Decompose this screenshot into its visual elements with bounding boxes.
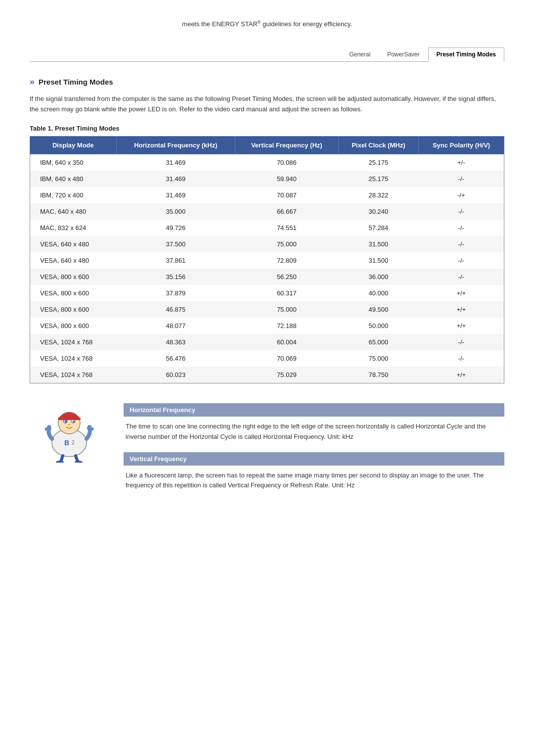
table-header-row: Display Mode Horizontal Frequency (kHz) … [30, 136, 504, 154]
table-cell: 48.077 [116, 318, 235, 334]
svg-rect-16 [58, 418, 81, 420]
table-cell: 31.500 [338, 236, 419, 252]
table-caption: Table 1. Preset Timing Modes [30, 125, 504, 132]
cartoon-icon: ? B [37, 403, 101, 463]
table-cell: 46.875 [116, 301, 235, 318]
cell-display-mode: IBM, 720 x 400 [30, 187, 117, 203]
cell-display-mode: VESA, 800 x 600 [30, 269, 117, 285]
svg-text:B: B [64, 439, 69, 447]
svg-point-11 [90, 427, 94, 430]
table-cell: +/+ [419, 367, 504, 383]
table-row: VESA, 1024 x 76860.02375.02978.750+/+ [30, 367, 504, 383]
table-cell: 59.940 [235, 171, 339, 187]
table-cell: 50.000 [338, 318, 419, 334]
cell-display-mode: VESA, 640 x 480 [30, 252, 117, 269]
table-cell: 31.500 [338, 252, 419, 269]
page-wrapper: meets the ENERGY STAR® guidelines for en… [0, 0, 534, 756]
svg-text:2: 2 [72, 440, 75, 445]
section-header: » Preset Timing Modes [30, 77, 504, 87]
table-cell: 35.000 [116, 203, 235, 220]
table-row: VESA, 800 x 60046.87575.00049.500+/+ [30, 301, 504, 318]
table-row: IBM, 640 x 48031.46959.94025.175-/- [30, 171, 504, 187]
table-cell: 60.023 [116, 367, 235, 383]
svg-point-9 [45, 427, 48, 430]
tab-navigation: General PowerSaver Preset Timing Modes [30, 47, 504, 62]
table-cell: -/- [419, 252, 504, 269]
table-cell: -/- [419, 171, 504, 187]
table-cell: 70.069 [235, 350, 339, 367]
tab-preset-timing-modes[interactable]: Preset Timing Modes [428, 47, 504, 62]
table-cell: 31.469 [116, 154, 235, 171]
cell-display-mode: IBM, 640 x 350 [30, 154, 117, 171]
svg-point-7 [68, 424, 70, 425]
col-header-h-freq: Horizontal Frequency (kHz) [116, 136, 235, 154]
table-cell: 49.500 [338, 301, 419, 318]
table-row: VESA, 640 x 48037.86172.80931.500-/- [30, 252, 504, 269]
table-cell: -/- [419, 236, 504, 252]
col-header-pixel-clock: Pixel Clock (MHz) [338, 136, 419, 154]
table-cell: 57.284 [338, 220, 419, 236]
table-row: VESA, 1024 x 76848.36360.00465.000-/- [30, 334, 504, 350]
svg-point-5 [73, 421, 75, 423]
table-cell: 75.029 [235, 367, 339, 383]
tab-general[interactable]: General [341, 47, 379, 61]
table-cell: +/- [419, 154, 504, 171]
table-cell: 37.500 [116, 236, 235, 252]
cell-display-mode: VESA, 800 x 600 [30, 301, 117, 318]
cell-display-mode: VESA, 640 x 480 [30, 236, 117, 252]
table-cell: 60.004 [235, 334, 339, 350]
tab-powersaver[interactable]: PowerSaver [379, 47, 428, 61]
info-boxes-container: Horizontal Frequency The time to scan on… [124, 403, 504, 501]
table-row: IBM, 640 x 35031.46970.08625.175+/- [30, 154, 504, 171]
bottom-section: ? B [30, 403, 504, 501]
table-cell: -/- [419, 269, 504, 285]
table-cell: -/+ [419, 187, 504, 203]
table-cell: -/- [419, 220, 504, 236]
cartoon-container: ? B [30, 403, 109, 463]
cell-display-mode: MAC, 832 x 624 [30, 220, 117, 236]
table-cell: 28.322 [338, 187, 419, 203]
table-row: VESA, 800 x 60048.07772.18850.000+/+ [30, 318, 504, 334]
table-cell: -/- [419, 203, 504, 220]
table-cell: 37.879 [116, 285, 235, 301]
table-cell: +/+ [419, 318, 504, 334]
table-cell: 75.000 [235, 301, 339, 318]
table-cell: 31.469 [116, 171, 235, 187]
arrows-icon: » [30, 77, 35, 87]
table-cell: 40.000 [338, 285, 419, 301]
table-row: VESA, 800 x 60035.15656.25036.000-/- [30, 269, 504, 285]
section-title: Preset Timing Modes [39, 78, 113, 86]
table-cell: 49.726 [116, 220, 235, 236]
table-cell: 75.000 [235, 236, 339, 252]
col-header-v-freq: Vertical Frequency (Hz) [235, 136, 339, 154]
cell-display-mode: VESA, 1024 x 768 [30, 350, 117, 367]
energy-text: meets the ENERGY STAR [182, 20, 258, 28]
table-cell: 30.240 [338, 203, 419, 220]
table-row: IBM, 720 x 40031.46970.08728.322-/+ [30, 187, 504, 203]
table-cell: -/- [419, 350, 504, 367]
table-cell: 56.476 [116, 350, 235, 367]
cell-display-mode: IBM, 640 x 480 [30, 171, 117, 187]
table-cell: 70.086 [235, 154, 339, 171]
table-cell: -/- [419, 334, 504, 350]
table-cell: 66.667 [235, 203, 339, 220]
table-cell: 70.087 [235, 187, 339, 203]
table-cell: 31.469 [116, 187, 235, 203]
horizontal-freq-header: Horizontal Frequency [124, 403, 504, 417]
energy-statement: meets the ENERGY STAR® guidelines for en… [30, 20, 504, 28]
col-header-sync-polarity: Sync Polarity (H/V) [419, 136, 504, 154]
info-box-horizontal: Horizontal Frequency The time to scan on… [124, 403, 504, 442]
table-cell: 25.175 [338, 171, 419, 187]
horizontal-freq-text: The time to scan one line connecting the… [124, 422, 504, 442]
table-cell: 35.156 [116, 269, 235, 285]
info-box-vertical: Vertical Frequency Like a fluorescent la… [124, 452, 504, 491]
table-cell: 72.188 [235, 318, 339, 334]
intro-text: If the signal transferred from the compu… [30, 94, 504, 115]
cell-display-mode: VESA, 800 x 600 [30, 285, 117, 301]
table-cell: 75.000 [338, 350, 419, 367]
table-row: MAC, 832 x 62449.72674.55157.284-/- [30, 220, 504, 236]
table-row: MAC, 640 x 48035.00066.66730.240-/- [30, 203, 504, 220]
table-cell: 72.809 [235, 252, 339, 269]
table-cell: 56.250 [235, 269, 339, 285]
table-cell: +/+ [419, 285, 504, 301]
